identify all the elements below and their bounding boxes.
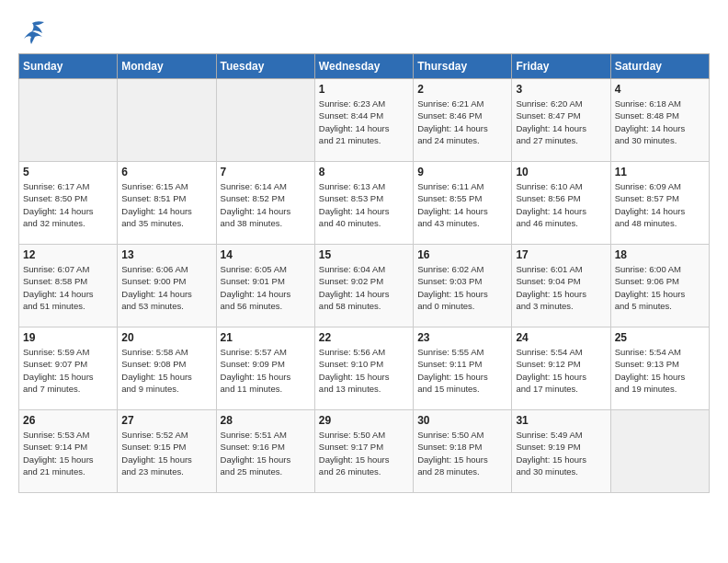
day-number: 3 xyxy=(516,83,606,96)
day-cell: 14Sunrise: 6:05 AM Sunset: 9:01 PM Dayli… xyxy=(216,245,314,327)
day-number: 18 xyxy=(615,248,705,261)
day-number: 2 xyxy=(417,83,507,96)
day-number: 1 xyxy=(319,83,409,96)
day-cell: 6Sunrise: 6:15 AM Sunset: 8:51 PM Daylig… xyxy=(118,162,216,245)
page-header xyxy=(18,18,710,44)
day-number: 5 xyxy=(23,166,113,178)
day-cell: 18Sunrise: 6:00 AM Sunset: 9:06 PM Dayli… xyxy=(610,245,709,327)
day-cell: 30Sunrise: 5:50 AM Sunset: 9:18 PM Dayli… xyxy=(414,410,512,493)
day-info: Sunrise: 5:49 AM Sunset: 9:19 PM Dayligh… xyxy=(516,429,606,477)
day-cell: 23Sunrise: 5:55 AM Sunset: 9:11 PM Dayli… xyxy=(414,327,512,410)
day-number: 4 xyxy=(615,83,705,96)
header-row: SundayMondayTuesdayWednesdayThursdayFrid… xyxy=(19,54,710,79)
logo xyxy=(18,18,50,44)
day-number: 26 xyxy=(23,414,113,427)
calendar-body: 1Sunrise: 6:23 AM Sunset: 8:44 PM Daylig… xyxy=(19,79,710,493)
day-cell: 29Sunrise: 5:50 AM Sunset: 9:17 PM Dayli… xyxy=(314,410,413,493)
day-info: Sunrise: 6:13 AM Sunset: 8:53 PM Dayligh… xyxy=(319,180,409,229)
day-info: Sunrise: 5:50 AM Sunset: 9:18 PM Dayligh… xyxy=(417,429,507,477)
header-day-friday: Friday xyxy=(512,54,610,79)
day-number: 14 xyxy=(221,248,311,261)
day-number: 23 xyxy=(417,331,507,344)
header-day-monday: Monday xyxy=(118,54,216,79)
day-cell: 1Sunrise: 6:23 AM Sunset: 8:44 PM Daylig… xyxy=(314,79,413,162)
header-day-thursday: Thursday xyxy=(414,54,512,79)
day-info: Sunrise: 6:09 AM Sunset: 8:57 PM Dayligh… xyxy=(615,180,705,229)
day-info: Sunrise: 6:01 AM Sunset: 9:04 PM Dayligh… xyxy=(516,263,606,312)
header-day-sunday: Sunday xyxy=(19,54,118,79)
day-number: 6 xyxy=(121,166,211,178)
day-info: Sunrise: 5:52 AM Sunset: 9:15 PM Dayligh… xyxy=(121,429,211,477)
calendar-table: SundayMondayTuesdayWednesdayThursdayFrid… xyxy=(18,53,710,493)
day-number: 27 xyxy=(121,414,211,427)
day-cell: 4Sunrise: 6:18 AM Sunset: 8:48 PM Daylig… xyxy=(610,79,709,162)
day-info: Sunrise: 6:23 AM Sunset: 8:44 PM Dayligh… xyxy=(319,98,409,146)
day-info: Sunrise: 5:54 AM Sunset: 9:12 PM Dayligh… xyxy=(516,346,606,395)
calendar-header: SundayMondayTuesdayWednesdayThursdayFrid… xyxy=(19,54,710,79)
day-cell: 15Sunrise: 6:04 AM Sunset: 9:02 PM Dayli… xyxy=(314,245,413,327)
day-cell: 26Sunrise: 5:53 AM Sunset: 9:14 PM Dayli… xyxy=(19,410,118,493)
day-cell: 31Sunrise: 5:49 AM Sunset: 9:19 PM Dayli… xyxy=(512,410,610,493)
day-cell: 10Sunrise: 6:10 AM Sunset: 8:56 PM Dayli… xyxy=(512,162,610,245)
day-number: 13 xyxy=(121,248,211,261)
day-cell: 12Sunrise: 6:07 AM Sunset: 8:58 PM Dayli… xyxy=(19,245,118,327)
day-info: Sunrise: 6:21 AM Sunset: 8:46 PM Dayligh… xyxy=(417,98,507,146)
day-number: 17 xyxy=(516,248,606,261)
day-info: Sunrise: 5:51 AM Sunset: 9:16 PM Dayligh… xyxy=(221,429,311,477)
day-info: Sunrise: 5:50 AM Sunset: 9:17 PM Dayligh… xyxy=(319,429,409,477)
day-number: 22 xyxy=(319,331,409,344)
logo-icon xyxy=(18,18,46,44)
day-number: 28 xyxy=(221,414,311,427)
day-number: 7 xyxy=(221,166,311,178)
day-info: Sunrise: 6:04 AM Sunset: 9:02 PM Dayligh… xyxy=(319,263,409,312)
day-cell: 25Sunrise: 5:54 AM Sunset: 9:13 PM Dayli… xyxy=(610,327,709,410)
day-cell xyxy=(118,79,216,162)
day-cell xyxy=(216,79,314,162)
day-info: Sunrise: 6:17 AM Sunset: 8:50 PM Dayligh… xyxy=(23,180,113,229)
header-day-saturday: Saturday xyxy=(610,54,709,79)
week-row-1: 1Sunrise: 6:23 AM Sunset: 8:44 PM Daylig… xyxy=(19,79,710,162)
day-number: 12 xyxy=(23,248,113,261)
header-day-tuesday: Tuesday xyxy=(216,54,314,79)
day-number: 11 xyxy=(615,166,705,178)
day-info: Sunrise: 6:06 AM Sunset: 9:00 PM Dayligh… xyxy=(121,263,211,312)
week-row-4: 19Sunrise: 5:59 AM Sunset: 9:07 PM Dayli… xyxy=(19,327,710,410)
day-cell: 20Sunrise: 5:58 AM Sunset: 9:08 PM Dayli… xyxy=(118,327,216,410)
day-info: Sunrise: 5:53 AM Sunset: 9:14 PM Dayligh… xyxy=(23,429,113,477)
day-cell: 2Sunrise: 6:21 AM Sunset: 8:46 PM Daylig… xyxy=(414,79,512,162)
day-cell: 19Sunrise: 5:59 AM Sunset: 9:07 PM Dayli… xyxy=(19,327,118,410)
header-day-wednesday: Wednesday xyxy=(314,54,413,79)
day-number: 30 xyxy=(417,414,507,427)
day-cell: 11Sunrise: 6:09 AM Sunset: 8:57 PM Dayli… xyxy=(610,162,709,245)
day-info: Sunrise: 5:55 AM Sunset: 9:11 PM Dayligh… xyxy=(417,346,507,395)
day-cell: 8Sunrise: 6:13 AM Sunset: 8:53 PM Daylig… xyxy=(314,162,413,245)
day-number: 29 xyxy=(319,414,409,427)
day-number: 21 xyxy=(221,331,311,344)
day-cell: 5Sunrise: 6:17 AM Sunset: 8:50 PM Daylig… xyxy=(19,162,118,245)
day-number: 8 xyxy=(319,166,409,178)
day-info: Sunrise: 6:00 AM Sunset: 9:06 PM Dayligh… xyxy=(615,263,705,312)
day-cell: 13Sunrise: 6:06 AM Sunset: 9:00 PM Dayli… xyxy=(118,245,216,327)
day-number: 20 xyxy=(121,331,211,344)
week-row-5: 26Sunrise: 5:53 AM Sunset: 9:14 PM Dayli… xyxy=(19,410,710,493)
day-number: 15 xyxy=(319,248,409,261)
day-number: 16 xyxy=(417,248,507,261)
day-cell: 9Sunrise: 6:11 AM Sunset: 8:55 PM Daylig… xyxy=(414,162,512,245)
day-cell: 24Sunrise: 5:54 AM Sunset: 9:12 PM Dayli… xyxy=(512,327,610,410)
day-info: Sunrise: 6:15 AM Sunset: 8:51 PM Dayligh… xyxy=(121,180,211,229)
day-info: Sunrise: 6:14 AM Sunset: 8:52 PM Dayligh… xyxy=(221,180,311,229)
day-info: Sunrise: 6:07 AM Sunset: 8:58 PM Dayligh… xyxy=(23,263,113,312)
day-cell: 28Sunrise: 5:51 AM Sunset: 9:16 PM Dayli… xyxy=(216,410,314,493)
day-cell: 3Sunrise: 6:20 AM Sunset: 8:47 PM Daylig… xyxy=(512,79,610,162)
day-cell: 17Sunrise: 6:01 AM Sunset: 9:04 PM Dayli… xyxy=(512,245,610,327)
day-number: 24 xyxy=(516,331,606,344)
day-info: Sunrise: 5:56 AM Sunset: 9:10 PM Dayligh… xyxy=(319,346,409,395)
day-info: Sunrise: 6:05 AM Sunset: 9:01 PM Dayligh… xyxy=(221,263,311,312)
day-cell xyxy=(19,79,118,162)
day-cell xyxy=(610,410,709,493)
day-info: Sunrise: 6:11 AM Sunset: 8:55 PM Dayligh… xyxy=(417,180,507,229)
day-cell: 22Sunrise: 5:56 AM Sunset: 9:10 PM Dayli… xyxy=(314,327,413,410)
day-info: Sunrise: 6:18 AM Sunset: 8:48 PM Dayligh… xyxy=(615,98,705,146)
day-number: 19 xyxy=(23,331,113,344)
day-cell: 27Sunrise: 5:52 AM Sunset: 9:15 PM Dayli… xyxy=(118,410,216,493)
